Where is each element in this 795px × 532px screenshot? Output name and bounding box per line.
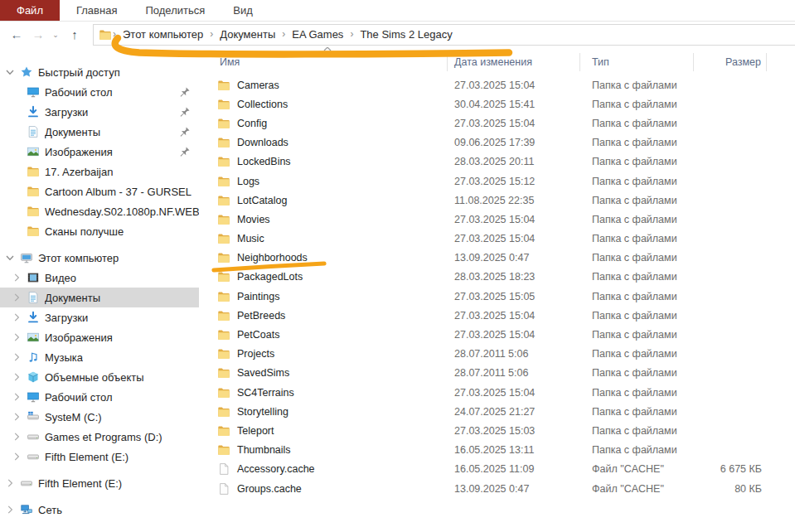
sidebar-item-label: Загрузки	[45, 106, 88, 118]
sidebar-item-quick-access[interactable]: Быстрый доступ	[0, 62, 199, 82]
file-date-cell: 27.03.2025 15:04	[448, 387, 580, 399]
sidebar-item-pc-desktop[interactable]: Рабочий стол	[0, 387, 199, 407]
file-name-cell: Downloads	[199, 136, 448, 149]
file-name-cell: Config	[199, 117, 448, 130]
file-date-cell: 11.08.2025 22:35	[448, 195, 580, 206]
file-date-cell: 28.07.2011 5:06	[448, 348, 580, 360]
forward-arrow-icon[interactable]: →	[28, 25, 48, 45]
file-row-Neighborhoods[interactable]: Neighborhoods13.09.2025 0:47Папка с файл…	[199, 249, 795, 268]
chevron-right-icon[interactable]	[10, 450, 23, 463]
file-row-Downloads[interactable]: Downloads09.06.2025 17:39Папка с файлами	[199, 133, 795, 152]
sidebar-item-network[interactable]: Сеть	[0, 500, 199, 520]
sidebar-item-pc-video[interactable]: Видео	[0, 268, 199, 288]
column-header-type[interactable]: Тип	[580, 53, 694, 71]
sidebar-item-qa-desktop[interactable]: Рабочий стол	[0, 82, 199, 102]
sidebar-item-pc-documents[interactable]: Документы	[0, 288, 199, 307]
file-size-cell: 80 КБ	[694, 483, 767, 495]
sidebar-item-drive-e[interactable]: Fifth Element (E:)	[0, 447, 199, 467]
file-name-label: Config	[237, 118, 267, 129]
sidebar-item-this-pc[interactable]: Этот компьютер	[0, 248, 199, 268]
sidebar-item-label: Документы	[45, 292, 100, 304]
chevron-right-icon[interactable]	[10, 430, 23, 443]
breadcrumb-item[interactable]: EA Games	[286, 28, 349, 41]
breadcrumb-item[interactable]: Документы	[214, 28, 281, 41]
column-header-name[interactable]: Имя	[199, 53, 448, 71]
ribbon-tab-share[interactable]: Поделиться	[131, 0, 219, 21]
sidebar-item-pc-downloads[interactable]: Загрузки	[0, 307, 199, 327]
sidebar-item-qa-pictures[interactable]: Изображения	[0, 142, 199, 162]
file-row-Accessory.cache[interactable]: Accessory.cache16.05.2025 11:09Файл "CAC…	[199, 460, 795, 479]
ribbon-tab-file[interactable]: Файл	[0, 0, 60, 21]
breadcrumb-item[interactable]: The Sims 2 Legacy	[354, 28, 458, 41]
file-row-Movies[interactable]: Movies27.03.2025 15:04Папка с файлами	[199, 210, 795, 229]
sidebar-item-qa-azerbaijan[interactable]: 17. Azerbaijan	[0, 162, 199, 181]
file-row-SavedSims[interactable]: SavedSims28.07.2011 5:06Папка с файлами	[199, 364, 795, 383]
file-name-label: Logs	[237, 176, 259, 187]
chevron-right-icon[interactable]	[3, 476, 17, 490]
file-type-cell: Папка с файлами	[580, 176, 694, 187]
chevron-right-icon[interactable]	[10, 311, 23, 324]
sidebar-item-pc-pictures[interactable]: Изображения	[0, 327, 199, 347]
file-row-Thumbnails[interactable]: Thumbnails16.05.2025 13:11Папка с файлам…	[199, 441, 795, 460]
file-name-cell: LockedBins	[199, 155, 448, 168]
chevron-right-icon[interactable]	[10, 410, 23, 423]
file-row-Groups.cache[interactable]: Groups.cache13.09.2025 0:47Файл "CACHE"8…	[199, 479, 795, 498]
sidebar-item-qa-downloads[interactable]: Загрузки	[0, 102, 199, 122]
video-icon	[27, 271, 40, 284]
downloads-icon	[27, 105, 40, 118]
sidebar-item-drive-e-root[interactable]: Fifth Element (E:)	[0, 473, 199, 493]
ribbon-tab-view[interactable]: Вид	[219, 0, 267, 21]
file-row-LockedBins[interactable]: LockedBins28.03.2025 20:11Папка с файлам…	[199, 152, 795, 172]
ribbon-tab-home[interactable]: Главная	[62, 0, 131, 21]
address-bar[interactable]: ›Этот компьютер›Документы›EA Games›The S…	[93, 24, 795, 46]
file-type-cell: Папка с файлами	[580, 118, 694, 129]
chevron-right-icon[interactable]	[10, 331, 23, 344]
file-row-Teleport[interactable]: Teleport27.03.2025 15:03Папка с файлами	[199, 421, 795, 440]
file-date-cell: 24.07.2025 21:27	[448, 406, 580, 418]
column-header-size[interactable]: Размер	[694, 53, 767, 71]
sidebar-item-qa-cartoon-album[interactable]: Cartoon Album - 37 - GURSEL	[0, 181, 199, 201]
folder-icon	[217, 155, 230, 168]
file-row-SC4Terrains[interactable]: SC4Terrains27.03.2025 15:04Папка с файла…	[199, 383, 795, 402]
sidebar-item-pc-3d-objects[interactable]: Объемные объекты	[0, 367, 199, 387]
chevron-right-icon[interactable]	[3, 503, 17, 516]
folder-icon	[217, 213, 230, 226]
column-header-date[interactable]: Дата изменения	[448, 53, 580, 71]
chevron-down-icon[interactable]	[3, 65, 17, 79]
sidebar-item-label: Документы	[45, 126, 100, 138]
file-row-Projects[interactable]: Projects28.07.2011 5:06Папка с файлами	[199, 345, 795, 364]
folder-icon	[27, 185, 40, 198]
file-row-PackagedLots[interactable]: PackagedLots28.03.2025 18:23Папка с файл…	[199, 268, 795, 287]
sidebar-item-qa-scans[interactable]: Сканы получше	[0, 221, 199, 241]
file-name-label: Storytelling	[237, 406, 288, 418]
sidebar-item-drive-d[interactable]: Games et Programs (D:)	[0, 427, 199, 447]
sidebar-item-drive-c[interactable]: SysteM (C:)	[0, 407, 199, 427]
file-row-PetCoats[interactable]: PetCoats27.03.2025 15:04Папка с файлами	[199, 325, 795, 344]
chevron-right-icon[interactable]	[10, 351, 23, 364]
file-row-Paintings[interactable]: Paintings27.03.2025 15:05Папка с файлами	[199, 287, 795, 306]
file-row-Logs[interactable]: Logs27.03.2025 15:12Папка с файлами	[199, 172, 795, 191]
up-arrow-icon[interactable]: ↑	[63, 25, 86, 45]
sidebar-item-label: Объемные объекты	[45, 371, 144, 384]
file-row-Music[interactable]: Music27.03.2025 15:04Папка с файлами	[199, 230, 795, 249]
file-row-Collections[interactable]: Collections30.04.2025 15:41Папка с файла…	[199, 94, 795, 114]
chevron-right-icon[interactable]	[10, 370, 23, 384]
file-row-Config[interactable]: Config27.03.2025 15:04Папка с файлами	[199, 114, 795, 133]
sidebar-item-label: Музыка	[45, 351, 83, 364]
folder-icon	[217, 251, 230, 264]
file-row-Cameras[interactable]: Cameras27.03.2025 15:04Папка с файлами	[199, 75, 795, 94]
file-row-PetBreeds[interactable]: PetBreeds27.03.2025 15:04Папка с файлами	[199, 306, 795, 325]
chevron-right-icon[interactable]	[10, 271, 23, 284]
sidebar-item-pc-music[interactable]: Музыка	[0, 347, 199, 367]
file-row-Storytelling[interactable]: Storytelling24.07.2025 21:27Папка с файл…	[199, 402, 795, 421]
file-row-LotCatalog[interactable]: LotCatalog11.08.2025 22:35Папка с файлам…	[199, 191, 795, 210]
breadcrumb-item[interactable]: Этот компьютер	[117, 28, 209, 41]
back-arrow-icon[interactable]: ←	[5, 25, 28, 45]
chevron-right-icon[interactable]	[10, 390, 23, 404]
sidebar-item-qa-documents[interactable]: Документы	[0, 122, 199, 142]
chevron-right-icon[interactable]	[10, 291, 23, 304]
recent-locations-chevron-icon[interactable]: ⌄	[48, 25, 63, 45]
breadcrumb-separator-icon: ›	[349, 28, 354, 40]
chevron-down-icon[interactable]	[3, 251, 17, 264]
sidebar-item-qa-wednesday[interactable]: Wednesday.S02.1080p.NF.WEB-	[0, 201, 199, 221]
